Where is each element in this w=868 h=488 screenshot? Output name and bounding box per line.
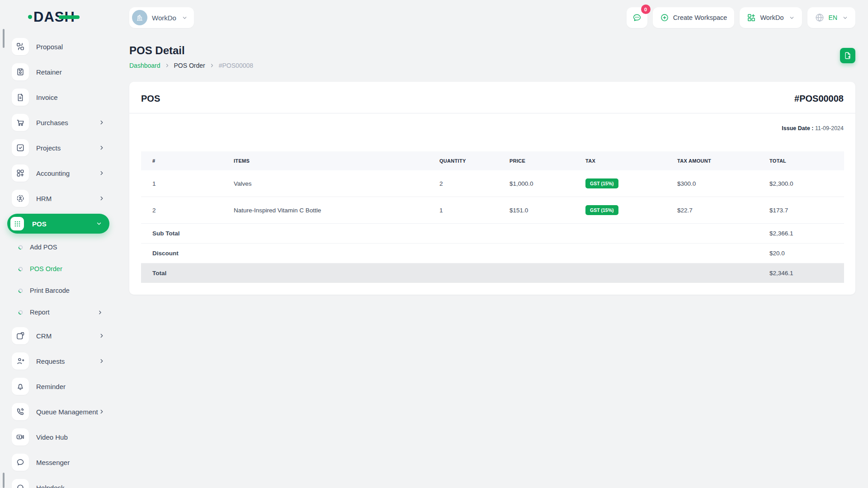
topbar: WorkDo 0 Create Workspace bbox=[117, 0, 868, 29]
proposal-icon bbox=[12, 38, 29, 55]
sidebar-scrollbar-thumb[interactable] bbox=[3, 473, 5, 488]
cell-quantity: 2 bbox=[428, 170, 498, 197]
sidebar-subitem-add-pos[interactable]: Add POS bbox=[0, 236, 117, 258]
logo[interactable]: DASH bbox=[0, 0, 117, 34]
chevron-right-icon bbox=[165, 63, 170, 68]
sidebar-item-label: Invoice bbox=[36, 94, 105, 101]
messages-button[interactable]: 0 bbox=[627, 7, 647, 28]
sidebar-item-label: Messenger bbox=[36, 459, 105, 466]
sidebar: DASH Proposal Retainer I bbox=[0, 0, 117, 488]
sidebar-subitem-label: Add POS bbox=[30, 244, 103, 251]
create-workspace-button[interactable]: Create Workspace bbox=[653, 7, 735, 28]
breadcrumb: Dashboard POS Order #POS00008 bbox=[129, 62, 253, 69]
sidebar-subitem-pos-order[interactable]: POS Order bbox=[0, 258, 117, 280]
sidebar-subitem-label: Report bbox=[30, 309, 97, 316]
pos-detail-card: POS #POS00008 Issue Date : 11-09-2024 bbox=[129, 82, 855, 295]
chevron-right-icon bbox=[99, 408, 105, 415]
discount-label: Discount bbox=[141, 244, 758, 263]
breadcrumb-current: #POS00008 bbox=[219, 62, 253, 69]
cell-price: $151.0 bbox=[498, 197, 574, 224]
cell-tax: GST (15%) bbox=[574, 197, 666, 224]
table-row: 1 Valves 2 $1,000.0 GST (15%) $300.0 $2,… bbox=[141, 170, 844, 197]
sidebar-subitem-print-barcode[interactable]: Print Barcode bbox=[0, 280, 117, 301]
video-hub-icon bbox=[12, 428, 29, 446]
sidebar-item-reminder[interactable]: Reminder bbox=[0, 374, 117, 399]
sidebar-item-hrm[interactable]: HRM bbox=[0, 186, 117, 211]
issue-date-label: Issue Date : bbox=[782, 125, 813, 131]
bullet-icon bbox=[18, 288, 24, 294]
cell-quantity: 1 bbox=[428, 197, 498, 224]
sidebar-item-proposal[interactable]: Proposal bbox=[0, 34, 117, 59]
total-row: Total $2,346.1 bbox=[141, 263, 844, 283]
table-header-row: # ITEMS QUANTITY PRICE TAX TAX AMOUNT TO… bbox=[141, 151, 844, 170]
pos-icon bbox=[10, 217, 24, 230]
chevron-down-icon bbox=[789, 15, 795, 21]
language-code: EN bbox=[829, 14, 837, 21]
chevron-right-icon bbox=[99, 333, 105, 339]
sidebar-item-purchases[interactable]: Purchases bbox=[0, 110, 117, 135]
page-title: POS Detail bbox=[129, 44, 253, 57]
tax-badge: GST (15%) bbox=[585, 205, 618, 215]
plus-circle-icon bbox=[660, 13, 669, 22]
workspace-switcher[interactable]: WorkDo bbox=[129, 7, 194, 28]
messages-count-badge: 0 bbox=[641, 5, 651, 14]
col-tax-amount: TAX AMOUNT bbox=[666, 151, 758, 170]
discount-value: $20.0 bbox=[758, 244, 844, 263]
create-workspace-label: Create Workspace bbox=[673, 14, 727, 21]
bullet-icon bbox=[18, 244, 24, 250]
retainer-icon bbox=[12, 63, 29, 80]
app-root: DASH Proposal Retainer I bbox=[0, 0, 868, 488]
sidebar-item-accounting[interactable]: Accounting bbox=[0, 160, 117, 186]
requests-icon bbox=[12, 352, 29, 370]
logo-dash bbox=[59, 15, 80, 19]
sidebar-item-messenger[interactable]: Messenger bbox=[0, 450, 117, 475]
chevron-right-icon bbox=[99, 145, 105, 151]
sidebar-item-projects[interactable]: Projects bbox=[0, 135, 117, 160]
language-selector[interactable]: EN bbox=[807, 7, 855, 28]
cell-number: 2 bbox=[141, 197, 222, 224]
logo-dot bbox=[28, 15, 32, 19]
sidebar-item-crm[interactable]: CRM bbox=[0, 323, 117, 348]
projects-icon bbox=[12, 139, 29, 156]
workdo-menu-button[interactable]: WorkDo bbox=[740, 7, 802, 28]
main-area: WorkDo 0 Create Workspace bbox=[117, 0, 868, 488]
sidebar-item-label: Queue Management bbox=[36, 408, 99, 416]
workdo-menu-label: WorkDo bbox=[760, 14, 783, 21]
workspace-avatar bbox=[132, 10, 147, 25]
sidebar-item-label: Video Hub bbox=[36, 433, 105, 441]
pos-items-table: # ITEMS QUANTITY PRICE TAX TAX AMOUNT TO… bbox=[141, 151, 844, 283]
sidebar-item-requests[interactable]: Requests bbox=[0, 348, 117, 374]
col-number: # bbox=[141, 151, 222, 170]
col-total: TOTAL bbox=[758, 151, 844, 170]
accounting-icon bbox=[12, 164, 29, 182]
helpdesk-icon bbox=[12, 479, 29, 488]
sidebar-item-invoice[interactable]: Invoice bbox=[0, 84, 117, 110]
sidebar-scrollbar-thumb[interactable] bbox=[3, 29, 5, 48]
bullet-icon bbox=[18, 266, 24, 272]
sidebar-item-label: Projects bbox=[36, 144, 99, 152]
col-quantity: QUANTITY bbox=[428, 151, 498, 170]
sidebar-subitem-report[interactable]: Report bbox=[0, 301, 117, 323]
subtotal-label: Sub Total bbox=[141, 224, 758, 244]
content: POS Detail Dashboard POS Order #POS00008 bbox=[117, 29, 868, 295]
sidebar-item-queue-management[interactable]: Queue Management bbox=[0, 399, 117, 424]
chevron-right-icon bbox=[99, 358, 105, 364]
sidebar-item-video-hub[interactable]: Video Hub bbox=[0, 424, 117, 450]
chevron-right-icon bbox=[209, 63, 215, 68]
sidebar-item-label: HRM bbox=[36, 195, 99, 202]
sidebar-item-retainer[interactable]: Retainer bbox=[0, 59, 117, 84]
chat-bubble-icon bbox=[632, 13, 642, 23]
sidebar-item-pos[interactable]: POS bbox=[7, 214, 109, 234]
chevron-right-icon bbox=[99, 170, 105, 176]
sidebar-item-helpdesk[interactable]: Helpdesk bbox=[0, 475, 117, 488]
col-price: PRICE bbox=[498, 151, 574, 170]
subtotal-row: Sub Total $2,366.1 bbox=[141, 224, 844, 244]
export-pos-button[interactable] bbox=[840, 48, 855, 63]
pos-number: #POS00008 bbox=[794, 94, 844, 104]
sidebar-item-label: CRM bbox=[36, 332, 99, 340]
sidebar-item-label: Purchases bbox=[36, 119, 99, 127]
breadcrumb-link-dashboard[interactable]: Dashboard bbox=[129, 62, 160, 69]
file-plus-icon bbox=[844, 52, 852, 60]
subtotal-value: $2,366.1 bbox=[758, 224, 844, 244]
col-tax: TAX bbox=[574, 151, 666, 170]
